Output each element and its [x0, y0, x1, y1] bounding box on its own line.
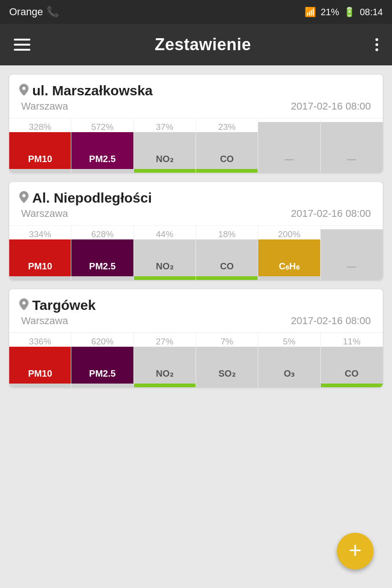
status-left: Orange 📞 [9, 6, 59, 18]
fab-container: + [337, 533, 374, 570]
pollutant-block-3-2: PM2.5 [71, 347, 133, 384]
hamburger-menu-button[interactable] [14, 39, 30, 51]
pollutant-cell-3-1: 336%PM10 [9, 333, 71, 387]
pollutant-block-2-2: PM2.5 [71, 239, 133, 276]
carrier-name: Orange [9, 6, 43, 18]
pollutant-cell-1-4: 23%CO [196, 118, 258, 173]
pollutant-bar-2-3 [134, 276, 196, 280]
pollutant-percent-1-5 [258, 118, 320, 122]
pollutant-cell-3-3: 27%NO₂ [134, 333, 196, 387]
pollutant-label-1-5: — [284, 154, 294, 164]
pollutant-block-2-1: PM10 [9, 239, 71, 276]
pollutant-percent-2-5: 200% [258, 226, 320, 239]
pollutant-cell-1-1: 328%PM10 [9, 118, 71, 173]
status-right: 📶 21% 🔋 08:14 [305, 6, 383, 17]
pollutant-grid-2: 334%PM10628%PM2.544%NO₂18%CO200%C₆H₆— [9, 225, 383, 280]
pollutant-block-1-1: PM10 [9, 132, 71, 169]
pollutant-bar-3-3 [134, 384, 196, 387]
location-row-2: Al. Niepodległości [19, 190, 373, 206]
pollutant-block-3-6: CO [321, 347, 383, 384]
plus-icon: + [349, 539, 362, 561]
pollutant-label-3-5: O₃ [284, 368, 295, 379]
pollutant-bar-1-1 [9, 169, 71, 173]
meta-row-2: Warszawa2017-02-16 08:00 [19, 208, 373, 220]
pollutant-label-2-6: — [347, 261, 356, 272]
pollutant-grid-1: 328%PM10572%PM2.537%NO₂23%CO—— [9, 118, 383, 173]
pollutant-block-3-1: PM10 [9, 347, 71, 384]
meta-row-1: Warszawa2017-02-16 08:00 [19, 100, 373, 112]
pollutant-percent-2-1: 334% [9, 226, 71, 239]
station-card-1: ul. MarszałkowskaWarszawa2017-02-16 08:0… [9, 75, 383, 173]
location-row-1: ul. Marszałkowska [19, 83, 373, 99]
meta-row-3: Warszawa2017-02-16 08:00 [19, 315, 373, 327]
pollutant-block-1-3: NO₂ [134, 132, 196, 169]
pollutant-block-2-5: C₆H₆ [258, 239, 320, 276]
pollutant-label-2-3: NO₂ [156, 261, 173, 272]
pollutant-bar-1-5 [258, 169, 320, 173]
pollutant-cell-2-1: 334%PM10 [9, 226, 71, 280]
pollutant-percent-3-1: 336% [9, 333, 71, 347]
station-city-2: Warszawa [21, 208, 68, 220]
pollutant-percent-2-6 [321, 226, 383, 229]
battery-icon: 🔋 [344, 6, 355, 17]
station-date-1: 2017-02-16 08:00 [291, 100, 371, 112]
pollutant-block-3-5: O₃ [258, 347, 320, 384]
pollutant-bar-1-2 [71, 169, 133, 173]
pollutant-bar-1-4 [196, 169, 258, 173]
pollutant-label-1-3: NO₂ [156, 153, 173, 164]
pollutant-percent-1-6 [321, 118, 383, 122]
pollutant-grid-3: 336%PM10620%PM2.527%NO₂7%SO₂5%O₃11%CO [9, 332, 383, 387]
pollutant-bar-2-2 [71, 276, 133, 280]
pollutant-block-2-6: — [321, 229, 383, 276]
pollutant-bar-2-6 [321, 276, 383, 280]
pollutant-cell-3-6: 11%CO [321, 333, 383, 387]
location-pin-icon-1 [19, 84, 29, 98]
pollutant-cell-1-3: 37%NO₂ [134, 118, 196, 173]
card-header-2: Al. NiepodległościWarszawa2017-02-16 08:… [9, 182, 383, 225]
pollutant-label-2-5: C₆H₆ [279, 261, 300, 272]
pollutant-bar-2-5 [258, 276, 320, 280]
location-pin-icon-3 [19, 298, 29, 313]
pollutant-cell-2-3: 44%NO₂ [134, 226, 196, 280]
add-station-button[interactable]: + [337, 533, 374, 570]
time-display: 08:14 [360, 7, 383, 17]
pollutant-percent-3-2: 620% [71, 333, 133, 347]
pollutant-block-2-4: CO [196, 239, 258, 276]
pollutant-bar-1-3 [134, 169, 196, 173]
pollutant-label-1-6: — [347, 154, 356, 164]
pollutant-percent-3-5: 5% [258, 333, 320, 347]
pollutant-label-2-2: PM2.5 [89, 261, 116, 272]
phone-icon: 📞 [46, 6, 59, 18]
pollutant-percent-1-4: 23% [196, 118, 258, 132]
pollutant-percent-1-3: 37% [134, 118, 196, 132]
pollutant-cell-2-2: 628%PM2.5 [71, 226, 133, 280]
pollutant-label-3-4: SO₂ [219, 368, 236, 379]
station-name-3: Targówek [32, 297, 96, 313]
pollutant-block-3-4: SO₂ [196, 347, 258, 384]
location-row-3: Targówek [19, 297, 373, 313]
pollutant-cell-2-5: 200%C₆H₆ [258, 226, 320, 280]
pollutant-label-1-2: PM2.5 [89, 154, 116, 164]
card-header-1: ul. MarszałkowskaWarszawa2017-02-16 08:0… [9, 75, 383, 118]
pollutant-percent-1-2: 572% [71, 118, 133, 132]
app-bar: Zestawienie [0, 24, 392, 65]
station-city-3: Warszawa [21, 315, 68, 327]
pollutant-percent-2-2: 628% [71, 226, 133, 239]
pollutant-bar-3-6 [321, 384, 383, 387]
pollutant-label-2-1: PM10 [28, 261, 52, 272]
pollutant-percent-2-3: 44% [134, 226, 196, 239]
pollutant-bar-2-1 [9, 276, 71, 280]
more-options-button[interactable] [375, 38, 378, 51]
page-title: Zestawienie [155, 35, 251, 54]
pollutant-bar-1-6 [321, 169, 383, 173]
pollutant-label-1-4: CO [220, 154, 234, 164]
pollutant-cell-2-4: 18%CO [196, 226, 258, 280]
pollutant-block-2-3: NO₂ [134, 239, 196, 276]
location-pin-icon-2 [19, 191, 29, 205]
pollutant-bar-3-4 [196, 384, 258, 387]
pollutant-label-3-6: CO [345, 368, 358, 379]
station-name-2: Al. Niepodległości [32, 190, 152, 206]
pollutant-block-1-2: PM2.5 [71, 132, 133, 169]
pollutant-bar-3-1 [9, 384, 71, 387]
pollutant-block-3-3: NO₂ [134, 347, 196, 384]
